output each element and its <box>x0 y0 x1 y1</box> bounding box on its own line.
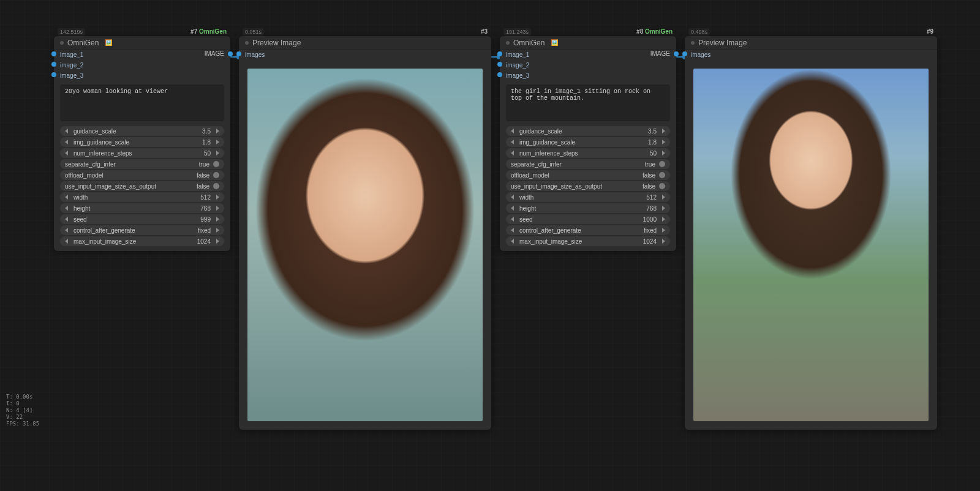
param-max_input_image_size[interactable]: max_input_image_size 1024 <box>506 236 670 246</box>
input-port-images[interactable] <box>682 51 687 56</box>
increment-icon[interactable] <box>662 140 665 144</box>
node-id-badge: #7 OmniGen <box>190 28 227 35</box>
node-title-bar[interactable]: Preview Image <box>239 36 491 50</box>
param-label: num_inference_steps <box>74 150 132 157</box>
node-time-badge: 0.051s <box>243 28 264 36</box>
decrement-icon[interactable] <box>65 140 68 144</box>
input-port-image-3[interactable] <box>51 72 56 77</box>
increment-icon[interactable] <box>216 151 219 156</box>
node-title: OmniGen <box>67 36 99 50</box>
decrement-icon[interactable] <box>511 217 514 222</box>
decrement-icon[interactable] <box>65 239 68 244</box>
input-label: image_3 <box>500 72 676 80</box>
param-label: control_after_generate <box>74 227 135 234</box>
input-port-image-1[interactable] <box>51 51 56 56</box>
toggle-offload_model[interactable]: offload_model false <box>60 170 224 180</box>
decrement-icon[interactable] <box>511 195 514 200</box>
node-title: Preview Image <box>252 36 301 50</box>
toggle-label: separate_cfg_infer <box>65 161 116 168</box>
node-id-badge: #3 <box>481 28 488 35</box>
toggle-knob-icon <box>213 172 219 178</box>
param-height[interactable]: height 768 <box>60 203 224 213</box>
node-title-bar[interactable]: OmniGen 🖼️ <box>54 36 230 50</box>
prompt-input[interactable]: 20yo woman looking at viewer <box>60 84 224 121</box>
prompt-input[interactable]: the girl in image_1 sitting on rock on t… <box>506 84 670 121</box>
node-title-bar[interactable]: Preview Image <box>685 36 937 50</box>
input-port-image-2[interactable] <box>51 62 56 67</box>
param-value: 1024 <box>643 238 657 245</box>
increment-icon[interactable] <box>662 217 665 222</box>
toggle-separate_cfg_infer[interactable]: separate_cfg_infer true <box>506 159 670 169</box>
collapse-dot-icon[interactable] <box>60 41 64 45</box>
node-omnigen-1[interactable]: 142.519s #7 OmniGen OmniGen 🖼️ image_1 I… <box>54 36 230 251</box>
increment-icon[interactable] <box>662 129 665 133</box>
increment-icon[interactable] <box>662 151 665 156</box>
collapse-dot-icon[interactable] <box>245 41 249 45</box>
input-port-image-2[interactable] <box>497 62 502 67</box>
param-label: max_input_image_size <box>74 238 136 245</box>
collapse-dot-icon[interactable] <box>506 41 510 45</box>
decrement-icon[interactable] <box>65 129 68 133</box>
preview-image-2[interactable] <box>693 69 929 421</box>
param-img_guidance_scale[interactable]: img_guidance_scale 1.8 <box>506 137 670 147</box>
increment-icon[interactable] <box>216 228 219 233</box>
toggle-label: use_input_image_size_as_output <box>65 183 156 190</box>
param-value: 1.8 <box>648 139 657 146</box>
param-guidance_scale[interactable]: guidance_scale 3.5 <box>506 126 670 136</box>
input-port-image-1[interactable] <box>497 51 502 56</box>
decrement-icon[interactable] <box>65 206 68 211</box>
param-label: height <box>74 205 90 212</box>
param-guidance_scale[interactable]: guidance_scale 3.5 <box>60 126 224 136</box>
param-control_after_generate[interactable]: control_after_generate fixed <box>60 225 224 235</box>
increment-icon[interactable] <box>662 206 665 211</box>
increment-icon[interactable] <box>216 129 219 133</box>
toggle-offload_model[interactable]: offload_model false <box>506 170 670 180</box>
increment-icon[interactable] <box>662 239 665 244</box>
node-omnigen-2[interactable]: 191.243s #8 OmniGen OmniGen 🖼️ image_1 I… <box>500 36 676 251</box>
increment-icon[interactable] <box>216 206 219 211</box>
decrement-icon[interactable] <box>65 151 68 156</box>
param-width[interactable]: width 512 <box>506 192 670 202</box>
param-num_inference_steps[interactable]: num_inference_steps 50 <box>60 148 224 158</box>
collapse-dot-icon[interactable] <box>691 41 695 45</box>
decrement-icon[interactable] <box>65 217 68 222</box>
increment-icon[interactable] <box>662 195 665 200</box>
decrement-icon[interactable] <box>511 206 514 211</box>
decrement-icon[interactable] <box>65 195 68 200</box>
param-height[interactable]: height 768 <box>506 203 670 213</box>
preview-image-1[interactable] <box>247 69 483 421</box>
decrement-icon[interactable] <box>511 129 514 133</box>
param-value: 3.5 <box>648 128 657 135</box>
param-control_after_generate[interactable]: control_after_generate fixed <box>506 225 670 235</box>
decrement-icon[interactable] <box>65 228 68 233</box>
toggle-label: offload_model <box>65 172 104 179</box>
param-max_input_image_size[interactable]: max_input_image_size 1024 <box>60 236 224 246</box>
toggle-separate_cfg_infer[interactable]: separate_cfg_infer true <box>60 159 224 169</box>
node-preview-2[interactable]: 0.498s #9 Preview Image images <box>685 36 937 430</box>
toggle-value: true <box>645 161 655 168</box>
node-title-bar[interactable]: OmniGen 🖼️ <box>500 36 676 50</box>
increment-icon[interactable] <box>216 195 219 200</box>
increment-icon[interactable] <box>662 228 665 233</box>
increment-icon[interactable] <box>216 239 219 244</box>
toggle-use_input_image_size_as_output[interactable]: use_input_image_size_as_output false <box>506 181 670 191</box>
decrement-icon[interactable] <box>511 140 514 144</box>
input-port-images[interactable] <box>236 51 241 56</box>
param-seed[interactable]: seed 999 <box>60 214 224 224</box>
node-time-badge: 0.498s <box>688 28 710 36</box>
increment-icon[interactable] <box>216 217 219 222</box>
param-img_guidance_scale[interactable]: img_guidance_scale 1.8 <box>60 137 224 147</box>
param-num_inference_steps[interactable]: num_inference_steps 50 <box>506 148 670 158</box>
output-port-image[interactable] <box>228 51 233 56</box>
decrement-icon[interactable] <box>511 151 514 156</box>
param-width[interactable]: width 512 <box>60 192 224 202</box>
decrement-icon[interactable] <box>511 239 514 244</box>
toggle-use_input_image_size_as_output[interactable]: use_input_image_size_as_output false <box>60 181 224 191</box>
param-seed[interactable]: seed 1000 <box>506 214 670 224</box>
increment-icon[interactable] <box>216 140 219 144</box>
node-preview-1[interactable]: 0.051s #3 Preview Image images <box>239 36 491 430</box>
input-port-image-3[interactable] <box>497 72 502 77</box>
decrement-icon[interactable] <box>511 228 514 233</box>
output-port-image[interactable] <box>674 51 679 56</box>
param-value: 768 <box>646 205 657 212</box>
